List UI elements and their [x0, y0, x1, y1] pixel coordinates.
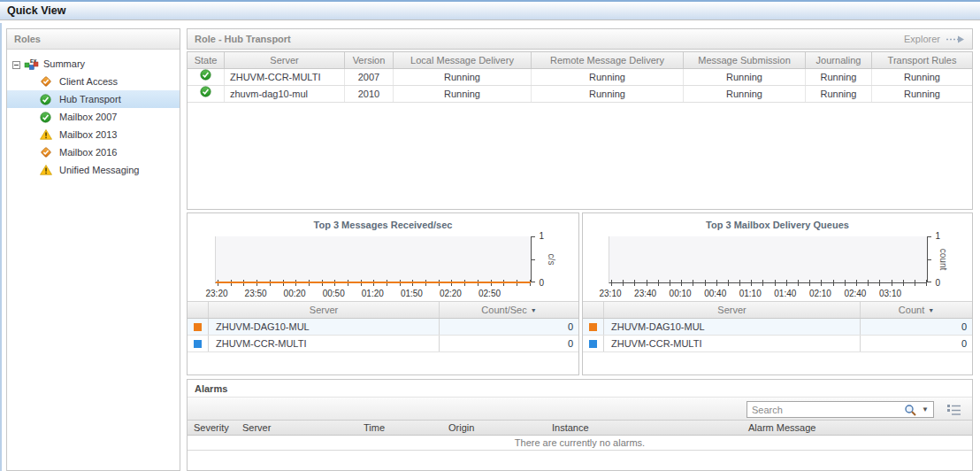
x-tick-label: 02:10	[805, 289, 835, 298]
x-tick	[868, 280, 869, 286]
x-tick-label: 23:40	[631, 289, 661, 298]
roles-header: Roles	[7, 29, 180, 50]
sidebar-item-label: Summary	[43, 58, 85, 69]
server-value-cell: Running	[872, 86, 972, 102]
chart-plot-area: 10count	[609, 236, 927, 283]
window-titlebar: Quick View	[0, 0, 980, 20]
sidebar-item-hub-transport[interactable]: Hub Transport	[7, 90, 180, 108]
server-column-header[interactable]: State	[188, 52, 225, 68]
x-tick	[658, 280, 659, 286]
server-value-cell: Running	[684, 69, 806, 85]
series-color-swatch	[188, 319, 209, 335]
x-tick	[634, 280, 635, 286]
server-value-cell: Running	[806, 86, 872, 102]
y-tick	[531, 282, 535, 282]
alarms-column-header[interactable]: Origin	[442, 421, 546, 435]
sidebar-item-label: Mailbox 2007	[59, 112, 117, 122]
server-value-cell: Running	[532, 86, 684, 102]
x-tick	[670, 280, 670, 286]
legend-value: 0	[439, 336, 578, 351]
sidebar-item-label: Hub Transport	[59, 94, 121, 104]
server-column-header[interactable]: Journaling	[806, 52, 872, 68]
explorer-arrow-icon[interactable]	[946, 35, 965, 43]
chart-title: Top 3 Mailbox Delivery Queues	[583, 220, 972, 230]
legend-value-column-header[interactable]: Count/Sec▼	[439, 302, 578, 318]
sidebar-item-client-access[interactable]: Client Access	[7, 73, 180, 90]
legend-color-column-header	[583, 302, 604, 318]
server-column-header[interactable]: Transport Rules	[872, 52, 972, 68]
legend-table-row[interactable]: ZHUVM-DAG10-MUL0	[583, 319, 972, 336]
alarms-column-header[interactable]: Instance	[546, 421, 742, 435]
legend-server-name: ZHUVM-CCR-MULTI	[604, 336, 860, 351]
explorer-link[interactable]: Explorer	[904, 29, 940, 49]
server-value-cell: Running	[684, 86, 806, 102]
server-column-header[interactable]: Local Message Delivery	[394, 52, 532, 68]
search-options-chevron-down-icon[interactable]: ▼	[922, 405, 929, 413]
y-unit-label: count	[938, 249, 947, 270]
legend-table-row[interactable]: ZHUVM-CCR-MULTI0	[188, 336, 578, 352]
sidebar-item-mailbox-2013[interactable]: Mailbox 2013	[7, 126, 180, 143]
alarms-table-header: SeverityServerTimeOriginInstanceAlarm Me…	[188, 421, 972, 436]
roles-sidebar: Roles EXSummaryClient AccessHub Transpor…	[6, 28, 180, 471]
server-column-header[interactable]: Remote Message Delivery	[532, 52, 684, 68]
x-tick-label: 00:40	[701, 289, 731, 298]
server-column-header[interactable]: Server	[225, 52, 345, 68]
search-input[interactable]	[747, 402, 889, 417]
x-tick	[915, 280, 915, 286]
server-value-cell: 2007	[345, 69, 394, 85]
y-tick	[927, 259, 931, 260]
sidebar-item-mailbox-2016[interactable]: Mailbox 2016	[7, 143, 180, 161]
server-table-header: StateServerVersionLocal Message Delivery…	[188, 52, 972, 69]
x-tick	[892, 280, 892, 286]
sort-desc-icon: ▼	[928, 307, 934, 313]
sidebar-item-mailbox-2007[interactable]: Mailbox 2007	[7, 108, 180, 126]
tree-expander-minus-icon[interactable]	[12, 60, 20, 68]
exchange-summary-icon: EX	[24, 58, 39, 70]
legend-server-name: ZHUVM-CCR-MULTI	[209, 336, 439, 351]
legend-server-name: ZHUVM-DAG10-MUL	[604, 319, 860, 335]
legend-server-column-header[interactable]: Server	[604, 302, 860, 318]
legend-server-column-header[interactable]: Server	[209, 302, 439, 318]
table-options-icon[interactable]	[947, 404, 961, 415]
alarms-column-header[interactable]: Severity	[188, 421, 236, 435]
x-tick	[926, 280, 927, 286]
y-max-label: 1	[935, 231, 940, 241]
legend-table-row[interactable]: ZHUVM-DAG10-MUL0	[188, 319, 578, 336]
server-column-header[interactable]: Version	[345, 52, 394, 68]
y-min-label: 0	[539, 278, 544, 288]
alarms-search: ▼	[746, 401, 934, 418]
x-tick	[856, 280, 857, 286]
server-value-cell: Running	[806, 69, 872, 85]
x-tick	[762, 280, 763, 286]
alarms-column-header[interactable]: Time	[357, 421, 442, 435]
alarms-column-header[interactable]: Alarm Message	[742, 421, 972, 435]
legend-color-column-header	[188, 302, 209, 318]
legend-table-row[interactable]: ZHUVM-CCR-MULTI0	[583, 336, 972, 352]
x-tick	[716, 280, 717, 286]
x-tick-label: 02:20	[435, 289, 465, 298]
server-state-panel: StateServerVersionLocal Message Delivery…	[187, 51, 973, 210]
x-tick	[903, 280, 904, 286]
server-table-row[interactable]: zhuvm-dag10-mul2010RunningRunningRunning…	[188, 86, 972, 103]
chart-legend-table: ServerCount▼ZHUVM-DAG10-MUL0ZHUVM-CCR-MU…	[583, 301, 972, 352]
sidebar-item-unified-messaging[interactable]: Unified Messaging	[7, 161, 180, 179]
y-tick	[927, 236, 931, 237]
server-column-header[interactable]: Message Submission	[684, 52, 806, 68]
diamond-check-icon	[40, 146, 55, 158]
circle-check-icon	[40, 111, 55, 123]
legend-value: 0	[860, 336, 972, 351]
alarms-toolbar: ▼	[188, 398, 972, 421]
x-tick-label: 00:50	[318, 289, 348, 298]
alarms-empty-message: There are currently no alarms.	[188, 436, 972, 451]
y-tick	[927, 282, 931, 282]
search-icon[interactable]	[904, 404, 917, 417]
alarms-column-header[interactable]: Server	[236, 421, 357, 435]
diamond-check-icon	[40, 75, 55, 88]
alarms-title: Alarms	[188, 380, 972, 398]
server-table-row[interactable]: ZHUVM-CCR-MULTI2007RunningRunningRunning…	[188, 69, 972, 86]
x-tick	[623, 280, 624, 286]
x-axis-labels: 23:2023:5000:2000:5001:2001:5002:2002:50	[215, 289, 531, 299]
sidebar-item-summary[interactable]: EXSummary	[7, 55, 180, 73]
legend-value-column-header[interactable]: Count▼	[860, 302, 972, 318]
series-color-swatch	[583, 319, 604, 335]
